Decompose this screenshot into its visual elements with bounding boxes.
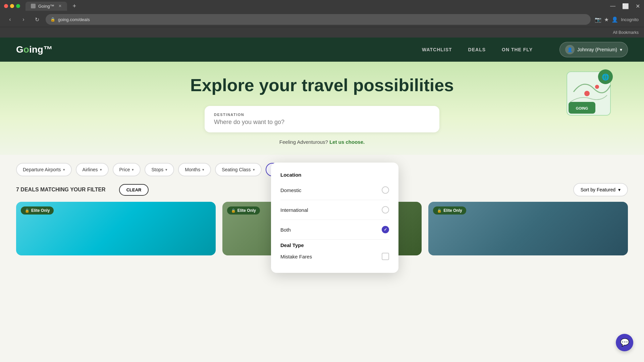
nav-deals[interactable]: DEALS bbox=[468, 47, 486, 52]
browser-tab[interactable]: Going™ ✕ bbox=[25, 2, 67, 11]
months-chevron: ▾ bbox=[202, 168, 204, 172]
divider-3 bbox=[280, 239, 389, 240]
lock-icon-1: 🔒 bbox=[25, 208, 30, 213]
close-window-button[interactable] bbox=[4, 4, 8, 8]
address-bar[interactable]: 🔒 going.com/deals bbox=[46, 14, 591, 25]
elite-label-1: Elite Only bbox=[31, 208, 50, 213]
deal-type-section-title: Deal Type bbox=[280, 242, 389, 248]
sort-label: Sort by Featured bbox=[581, 187, 615, 192]
sort-button[interactable]: Sort by Featured ▾ bbox=[573, 183, 628, 196]
divider-1 bbox=[280, 200, 389, 200]
mistake-fares-label: Mistake Fares bbox=[280, 254, 312, 259]
months-filter[interactable]: Months ▾ bbox=[178, 163, 211, 176]
clear-button[interactable]: CLEAR bbox=[119, 184, 149, 196]
location-section-title: Location bbox=[280, 172, 389, 178]
user-name: Johnray (Premium) bbox=[577, 47, 617, 52]
both-radio[interactable] bbox=[382, 226, 389, 233]
destination-box: DESTINATION bbox=[205, 106, 439, 132]
both-option[interactable]: Both bbox=[280, 223, 389, 237]
both-label: Both bbox=[280, 227, 291, 233]
lock-icon: 🔒 bbox=[50, 17, 55, 22]
new-tab-button[interactable]: + bbox=[70, 1, 79, 11]
adventurous-text: Feeling Adventurous? Let us choose. bbox=[16, 139, 628, 145]
domestic-label: Domestic bbox=[280, 187, 302, 193]
deal-card-1[interactable]: 🔒 Elite Only bbox=[16, 202, 216, 255]
svg-text:GOING: GOING bbox=[576, 106, 588, 110]
minimize-window-button[interactable] bbox=[10, 4, 14, 8]
site-header: Going™ WATCHLIST DEALS ON THE FLY 👤 John… bbox=[0, 38, 644, 62]
logo-text: G bbox=[16, 44, 23, 55]
user-menu[interactable]: 👤 Johnray (Premium) ▾ bbox=[559, 42, 628, 57]
destination-input[interactable] bbox=[214, 119, 430, 126]
deal-type-dropdown: Location Domestic International Both Dea… bbox=[271, 163, 398, 269]
os-window-controls: — ⬜ ✕ bbox=[610, 3, 640, 9]
elite-badge-2: 🔒 Elite Only bbox=[227, 206, 260, 215]
hero-title: Explore your travel possibilities bbox=[16, 75, 628, 95]
deal-card-3[interactable]: 🔒 Elite Only bbox=[428, 202, 628, 255]
seating-class-chevron: ▾ bbox=[253, 168, 255, 172]
price-label: Price bbox=[119, 167, 130, 172]
close-os-button[interactable]: ✕ bbox=[636, 3, 640, 9]
browser-chrome: Going™ ✕ + — ⬜ ✕ ‹ › ↻ 🔒 going.com/deals… bbox=[0, 0, 644, 38]
back-button[interactable]: ‹ bbox=[5, 15, 15, 24]
seating-class-label: Seating Class bbox=[222, 167, 251, 172]
lock-icon-3: 🔒 bbox=[437, 208, 442, 213]
address-text: going.com/deals bbox=[58, 17, 90, 22]
hero-section: 🌐 GOING Explore your travel possibilitie… bbox=[0, 62, 644, 155]
price-chevron: ▾ bbox=[132, 168, 134, 172]
minimize-os-button[interactable]: — bbox=[610, 3, 615, 9]
elite-badge-1: 🔒 Elite Only bbox=[21, 206, 54, 215]
domestic-radio[interactable] bbox=[382, 186, 389, 194]
departure-airports-label: Departure Airports bbox=[23, 167, 61, 172]
toolbar-actions: 📷 ★ 👤 Incognito bbox=[595, 16, 639, 23]
price-filter[interactable]: Price ▾ bbox=[113, 163, 141, 176]
svg-point-3 bbox=[584, 91, 590, 96]
international-label: International bbox=[280, 207, 308, 213]
incognito-label: Incognito bbox=[621, 17, 639, 22]
nav-on-the-fly[interactable]: ON THE FLY bbox=[502, 47, 533, 52]
let-us-choose-link[interactable]: Let us choose. bbox=[329, 139, 365, 145]
site-nav: WATCHLIST DEALS ON THE FLY 👤 Johnray (Pr… bbox=[422, 42, 628, 57]
map-illustration: 🌐 GOING bbox=[560, 65, 617, 122]
mistake-fares-checkbox[interactable] bbox=[382, 253, 389, 260]
restore-os-button[interactable]: ⬜ bbox=[622, 3, 629, 9]
stops-label: Stops bbox=[151, 167, 163, 172]
divider-2 bbox=[280, 220, 389, 220]
adventurous-static: Feeling Adventurous? bbox=[279, 139, 328, 145]
results-count: 7 DEALS MATCHING YOUR FILTER bbox=[16, 187, 106, 193]
lock-icon-2: 🔒 bbox=[231, 208, 236, 213]
reload-button[interactable]: ↻ bbox=[32, 15, 42, 24]
window-controls bbox=[4, 4, 20, 8]
stops-chevron: ▾ bbox=[165, 168, 167, 172]
international-option[interactable]: International bbox=[280, 203, 389, 217]
bookmarks-bar: All Bookmarks bbox=[0, 27, 644, 38]
user-avatar: 👤 bbox=[565, 45, 575, 54]
stops-filter[interactable]: Stops ▾ bbox=[145, 163, 174, 176]
mistake-fares-option[interactable]: Mistake Fares bbox=[280, 249, 389, 263]
browser-toolbar: ‹ › ↻ 🔒 going.com/deals 📷 ★ 👤 Incognito bbox=[0, 12, 644, 27]
forward-button[interactable]: › bbox=[19, 15, 28, 24]
seating-class-filter[interactable]: Seating Class ▾ bbox=[215, 163, 261, 176]
departure-airports-filter[interactable]: Departure Airports ▾ bbox=[16, 163, 72, 176]
elite-label-2: Elite Only bbox=[237, 208, 256, 213]
bookmarks-text: All Bookmarks bbox=[613, 30, 639, 35]
svg-point-4 bbox=[595, 85, 599, 89]
user-chevron: ▾ bbox=[620, 47, 622, 52]
airlines-chevron: ▾ bbox=[100, 168, 102, 172]
site-logo: Going™ bbox=[16, 44, 53, 55]
profile-icon[interactable]: 👤 bbox=[611, 16, 618, 23]
tab-close-button[interactable]: ✕ bbox=[58, 4, 62, 8]
nav-watchlist[interactable]: WATCHLIST bbox=[422, 47, 452, 52]
airlines-filter[interactable]: Airlines ▾ bbox=[76, 163, 109, 176]
international-radio[interactable] bbox=[382, 206, 389, 214]
browser-titlebar: Going™ ✕ + — ⬜ ✕ bbox=[0, 0, 644, 12]
destination-label: DESTINATION bbox=[214, 113, 430, 117]
sort-chevron: ▾ bbox=[618, 187, 621, 192]
domestic-option[interactable]: Domestic bbox=[280, 183, 389, 197]
airlines-label: Airlines bbox=[83, 167, 98, 172]
departure-airports-chevron: ▾ bbox=[63, 168, 65, 172]
months-label: Months bbox=[185, 167, 200, 172]
camera-off-icon[interactable]: 📷 bbox=[595, 16, 601, 23]
maximize-window-button[interactable] bbox=[16, 4, 20, 8]
bookmark-icon[interactable]: ★ bbox=[604, 16, 609, 23]
